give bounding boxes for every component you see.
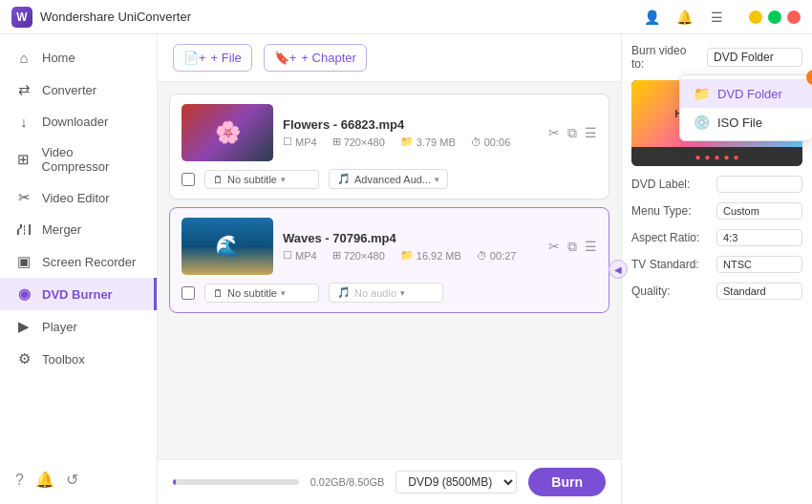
help-icon[interactable]: ? bbox=[15, 472, 24, 489]
subtitle-value-1: No subtitle bbox=[227, 174, 277, 185]
sidebar-label-editor: Video Editor bbox=[42, 191, 110, 205]
audio-select-2[interactable]: 🎵 No audio ▾ bbox=[329, 283, 443, 303]
sidebar-item-home[interactable]: ⌂ Home bbox=[0, 42, 157, 74]
disc-icon: 💿 bbox=[694, 115, 710, 130]
compressor-icon: ⊞ bbox=[15, 151, 32, 168]
menu-type-row: Menu Type: Custom bbox=[631, 202, 802, 220]
prev-btn-3[interactable]: ● bbox=[714, 152, 719, 162]
thumb-waves bbox=[182, 218, 273, 275]
burn-to-select[interactable]: DVD Folder ISO File bbox=[707, 48, 802, 67]
burn-button[interactable]: Burn bbox=[528, 468, 606, 496]
audio-select-1[interactable]: 🎵 Advanced Aud... ▾ bbox=[329, 169, 448, 189]
sidebar-label-converter: Converter bbox=[42, 83, 96, 97]
dropdown-item-dvd-folder[interactable]: 📁 DVD Folder bbox=[680, 79, 812, 108]
audio-icon-1: 🎵 bbox=[337, 173, 351, 185]
file-list: Flowers - 66823.mp4 ☐ MP4 ⊞ 720×480 bbox=[158, 82, 621, 459]
dvd-format-select[interactable]: DVD9 (8500MB) bbox=[395, 471, 517, 494]
right-panel: ◀ Burn video to: DVD Folder ISO File bbox=[621, 34, 812, 504]
home-icon: ⌂ bbox=[15, 50, 32, 66]
sidebar: ⌂ Home ⇄ Converter ↓ Downloader ⊞ Video … bbox=[0, 34, 158, 504]
audio-icon-2: 🎵 bbox=[337, 286, 351, 299]
subtitle-icon-2: 🗒 bbox=[213, 287, 224, 299]
prev-btn-1[interactable]: ● bbox=[694, 152, 700, 162]
sidebar-bottom: ? 🔔 ↺ bbox=[0, 463, 157, 496]
player-icon: ▶ bbox=[15, 318, 32, 335]
copy-icon-1[interactable]: ⧉ bbox=[567, 125, 577, 141]
dropdown-label-dvd-folder: DVD Folder bbox=[717, 87, 782, 101]
sidebar-item-video-compressor[interactable]: ⊞ Video Compressor bbox=[0, 137, 157, 181]
sidebar-item-converter[interactable]: ⇄ Converter bbox=[0, 74, 157, 106]
close-button[interactable]: ✕ bbox=[787, 10, 801, 24]
dropdown-label-iso: ISO File bbox=[717, 116, 762, 130]
quality-row: Quality: Standard bbox=[631, 283, 802, 300]
copy-icon-2[interactable]: ⧉ bbox=[567, 239, 577, 255]
subtitle-select-2[interactable]: 🗒 No subtitle ▾ bbox=[204, 284, 319, 303]
checkbox-icon-2: ☐ bbox=[283, 249, 292, 262]
notification-icon[interactable]: 🔔 bbox=[35, 471, 54, 489]
prev-btn-4[interactable]: ● bbox=[724, 152, 730, 162]
dur-icon-1: ⏱ bbox=[471, 136, 481, 148]
thumb-flowers bbox=[182, 104, 273, 161]
file-format-2: ☐ MP4 bbox=[283, 249, 317, 262]
more-icon-2[interactable]: ☰ bbox=[585, 239, 597, 255]
dropdown-item-iso-file[interactable]: 💿 ISO File bbox=[680, 108, 812, 136]
aspect-ratio-select[interactable]: 4:3 bbox=[716, 229, 802, 246]
app-title: Wondershare UniConverter bbox=[40, 10, 638, 24]
file-checkbox-1[interactable] bbox=[182, 173, 195, 186]
subtitle-arrow-1: ▾ bbox=[281, 175, 286, 184]
sidebar-item-screen-recorder[interactable]: ▣ Screen Recorder bbox=[0, 245, 157, 278]
prev-btn-5[interactable]: ● bbox=[734, 152, 739, 162]
file-dur-2: ⏱ 00:27 bbox=[477, 250, 517, 262]
editor-icon: ✂ bbox=[15, 189, 32, 206]
dur-icon-2: ⏱ bbox=[477, 250, 487, 262]
burn-to-label: Burn video to: bbox=[631, 44, 701, 71]
minimize-button[interactable]: − bbox=[749, 10, 762, 24]
user-icon[interactable]: 👤 bbox=[638, 4, 665, 31]
sidebar-label-compressor: Video Compressor bbox=[42, 145, 141, 174]
quality-select[interactable]: Standard bbox=[716, 283, 802, 300]
add-chapter-label: + Chapter bbox=[301, 51, 355, 65]
collapse-button[interactable]: ◀ bbox=[609, 260, 628, 279]
folder-icon: 📁 bbox=[694, 86, 710, 101]
burn-to-select-wrap: DVD Folder ISO File bbox=[707, 48, 802, 67]
burn-to-container: Burn video to: DVD Folder ISO File 📁 bbox=[631, 44, 802, 71]
titlebar-actions: 👤 🔔 ☰ − □ ✕ bbox=[638, 4, 801, 31]
dvd-label-input[interactable] bbox=[716, 176, 802, 193]
app-logo: W bbox=[11, 7, 32, 28]
bell-icon[interactable]: 🔔 bbox=[671, 4, 697, 31]
tv-standard-row: TV Standard: NTSC bbox=[631, 256, 802, 273]
sidebar-item-merger[interactable]: ⛙ Merger bbox=[0, 214, 157, 245]
downloader-icon: ↓ bbox=[15, 114, 32, 130]
file-dur-1: ⏱ 00:06 bbox=[471, 136, 511, 148]
sidebar-item-downloader[interactable]: ↓ Downloader bbox=[0, 106, 157, 137]
tv-standard-select[interactable]: NTSC bbox=[716, 256, 802, 273]
dvd-icon: ◉ bbox=[15, 285, 32, 303]
menu-type-select[interactable]: Custom bbox=[716, 202, 802, 220]
refresh-icon[interactable]: ↺ bbox=[66, 471, 78, 489]
file-actions-2: ✂ ⧉ ☰ bbox=[548, 239, 597, 255]
title-bar: W Wondershare UniConverter 👤 🔔 ☰ − □ ✕ bbox=[0, 0, 812, 34]
subtitle-select-1[interactable]: 🗒 No subtitle ▾ bbox=[204, 170, 319, 189]
sidebar-item-toolbox[interactable]: ⚙ Toolbox bbox=[0, 343, 157, 375]
prev-btn-2[interactable]: ● bbox=[704, 152, 710, 162]
file-checkbox-2[interactable] bbox=[182, 286, 195, 300]
sidebar-item-dvd-burner[interactable]: ◉ DVD Burner bbox=[0, 278, 157, 310]
sidebar-label-player: Player bbox=[42, 320, 77, 334]
add-file-label: + File bbox=[211, 51, 242, 65]
sidebar-item-player[interactable]: ▶ Player bbox=[0, 310, 157, 343]
burn-to-dropdown: 📁 DVD Folder 💿 ISO File 1 bbox=[679, 74, 812, 141]
add-file-button[interactable]: 📄+ + File bbox=[173, 44, 252, 72]
storage-text: 0.02GB/8.50GB bbox=[310, 476, 385, 488]
merger-icon: ⛙ bbox=[15, 221, 32, 238]
more-icon-1[interactable]: ☰ bbox=[585, 125, 597, 141]
file-name-1: Flowers - 66823.mp4 bbox=[283, 117, 539, 132]
audio-value-2: No audio bbox=[354, 287, 396, 299]
cut-icon-2[interactable]: ✂ bbox=[548, 239, 560, 255]
maximize-button[interactable]: □ bbox=[768, 10, 781, 24]
sidebar-label-recorder: Screen Recorder bbox=[42, 255, 136, 269]
file-res-2: ⊞ 720×480 bbox=[332, 249, 385, 262]
sidebar-item-video-editor[interactable]: ✂ Video Editor bbox=[0, 181, 157, 214]
cut-icon-1[interactable]: ✂ bbox=[548, 125, 560, 141]
add-chapter-button[interactable]: 🔖+ + Chapter bbox=[264, 44, 367, 72]
menu-icon[interactable]: ☰ bbox=[703, 4, 730, 31]
